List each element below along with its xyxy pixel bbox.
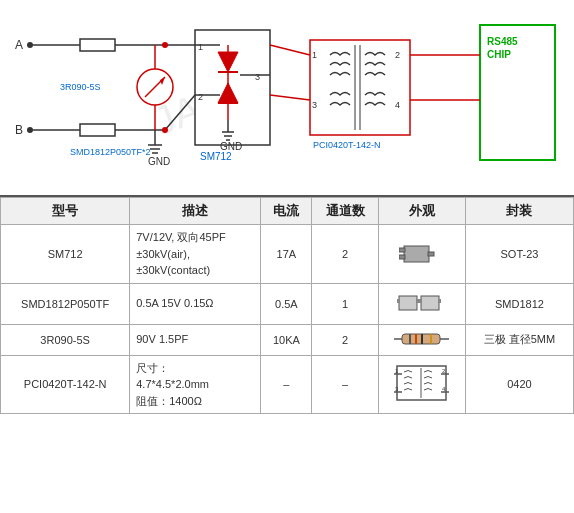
appearance-pci0420t: 1 3 2 4 — [378, 355, 465, 414]
components-table: 型号 描述 电流 通道数 外观 封装 SM712 7V/12V, 双向45PF±… — [0, 195, 574, 414]
svg-point-7 — [27, 127, 33, 133]
svg-rect-66 — [399, 248, 405, 252]
svg-rect-72 — [421, 296, 439, 310]
svg-text:RS485: RS485 — [487, 36, 518, 47]
col-header-desc: 描述 — [130, 198, 261, 225]
svg-text:3: 3 — [312, 100, 317, 110]
model-sm712: SM712 — [1, 225, 130, 284]
col-header-current: 电流 — [261, 198, 312, 225]
svg-rect-69 — [399, 296, 417, 310]
svg-text:SM712: SM712 — [200, 151, 232, 162]
table-row: 3R090-5S 90V 1.5PF 10KA 2 — [1, 324, 574, 355]
svg-text:2: 2 — [395, 50, 400, 60]
svg-point-64 — [162, 127, 168, 133]
svg-text:1: 1 — [312, 50, 317, 60]
svg-text:GND: GND — [148, 156, 170, 167]
channels-3r090: 2 — [312, 324, 379, 355]
svg-text:2: 2 — [198, 92, 203, 102]
desc-sm712: 7V/12V, 双向45PF±30kV(air),±30kV(contact) — [130, 225, 261, 284]
package-pci0420t: 0420 — [465, 355, 573, 414]
desc-3r090: 90V 1.5PF — [130, 324, 261, 355]
appearance-3r090 — [378, 324, 465, 355]
svg-rect-70 — [397, 299, 400, 303]
current-sm712: 17A — [261, 225, 312, 284]
model-pci0420t: PCI0420T-142-N — [1, 355, 130, 414]
svg-rect-65 — [404, 246, 429, 262]
channels-sm712: 2 — [312, 225, 379, 284]
appearance-sm712 — [378, 225, 465, 284]
circuit-diagram: JAi A B SMD1812P050TF*2 3R090-5S — [0, 0, 574, 195]
svg-text:B: B — [15, 123, 23, 137]
table-row: PCI0420T-142-N 尺寸：4.7*4.5*2.0mm阻值：1400Ω … — [1, 355, 574, 414]
svg-text:A: A — [15, 38, 23, 52]
col-header-model: 型号 — [1, 198, 130, 225]
svg-rect-74 — [438, 299, 441, 303]
svg-point-63 — [162, 42, 168, 48]
svg-rect-67 — [399, 255, 405, 259]
model-smd1812: SMD1812P050TF — [1, 283, 130, 324]
svg-text:3: 3 — [255, 72, 260, 82]
desc-smd1812: 0.5A 15V 0.15Ω — [130, 283, 261, 324]
package-smd1812: SMD1812 — [465, 283, 573, 324]
svg-text:SMD1812P050TF*2: SMD1812P050TF*2 — [70, 147, 151, 157]
svg-point-2 — [27, 42, 33, 48]
appearance-smd1812 — [378, 283, 465, 324]
col-header-appearance: 外观 — [378, 198, 465, 225]
col-header-channels: 通道数 — [312, 198, 379, 225]
col-header-package: 封装 — [465, 198, 573, 225]
svg-rect-24 — [195, 30, 270, 145]
current-smd1812: 0.5A — [261, 283, 312, 324]
svg-rect-73 — [419, 299, 422, 303]
table-row: SMD1812P050TF 0.5A 15V 0.15Ω 0.5A 1 SMD — [1, 283, 574, 324]
desc-pci0420t: 尺寸：4.7*4.5*2.0mm阻值：1400Ω — [130, 355, 261, 414]
channels-pci0420t: – — [312, 355, 379, 414]
package-sm712: SOT-23 — [465, 225, 573, 284]
current-pci0420t: – — [261, 355, 312, 414]
channels-smd1812: 1 — [312, 283, 379, 324]
svg-rect-71 — [416, 299, 419, 303]
svg-rect-5 — [80, 39, 115, 51]
svg-text:CHIP: CHIP — [487, 49, 511, 60]
package-3r090: 三极 直径5MM — [465, 324, 573, 355]
svg-text:PCI0420T-142-N: PCI0420T-142-N — [313, 140, 381, 150]
svg-rect-10 — [80, 124, 115, 136]
svg-text:4: 4 — [395, 100, 400, 110]
current-3r090: 10KA — [261, 324, 312, 355]
svg-rect-68 — [428, 252, 434, 256]
table-row: SM712 7V/12V, 双向45PF±30kV(air),±30kV(con… — [1, 225, 574, 284]
svg-text:1: 1 — [198, 42, 203, 52]
model-3r090: 3R090-5S — [1, 324, 130, 355]
svg-text:3R090-5S: 3R090-5S — [60, 82, 101, 92]
